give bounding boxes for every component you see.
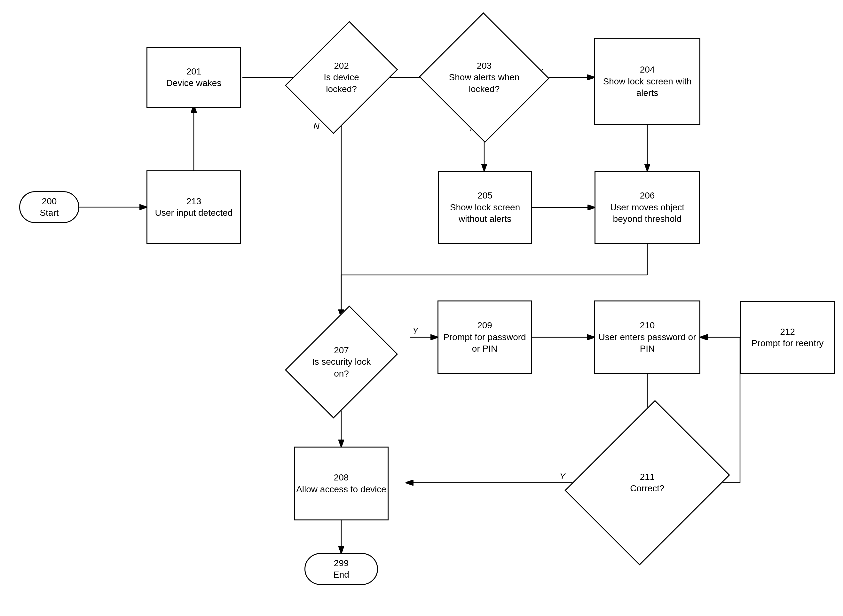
node-209: 209 Prompt for password or PIN [438, 301, 532, 374]
node-212: 212 Prompt for reentry [740, 301, 835, 374]
node-213: 213 User input detected [147, 170, 241, 244]
node-201: 201 Device wakes [147, 47, 241, 108]
node-204: 204 Show lock screen with alerts [594, 38, 701, 125]
node-202: 202Is device locked? [307, 32, 376, 123]
flowchart: Y N Y N Y N Y N 200 Start 213 User input… [0, 0, 843, 616]
node-299: 299End [304, 553, 378, 585]
node-208: 208 Allow access to device [294, 447, 389, 521]
node-210: 210 User enters password or PIN [594, 301, 701, 374]
node-205: 205 Show lock screen without alerts [438, 171, 532, 244]
node-206: 206 User moves object beyond threshold [595, 171, 700, 244]
node-211: 211Correct? [594, 419, 701, 547]
label-211-y: Y [560, 472, 565, 481]
node-203: 203Show alerts when locked? [438, 32, 531, 123]
arrows-layer [0, 0, 843, 616]
node-200: 200 Start [19, 191, 79, 223]
label-207-y: Y [413, 326, 418, 336]
node-207: 207Is security lock on? [307, 317, 376, 408]
